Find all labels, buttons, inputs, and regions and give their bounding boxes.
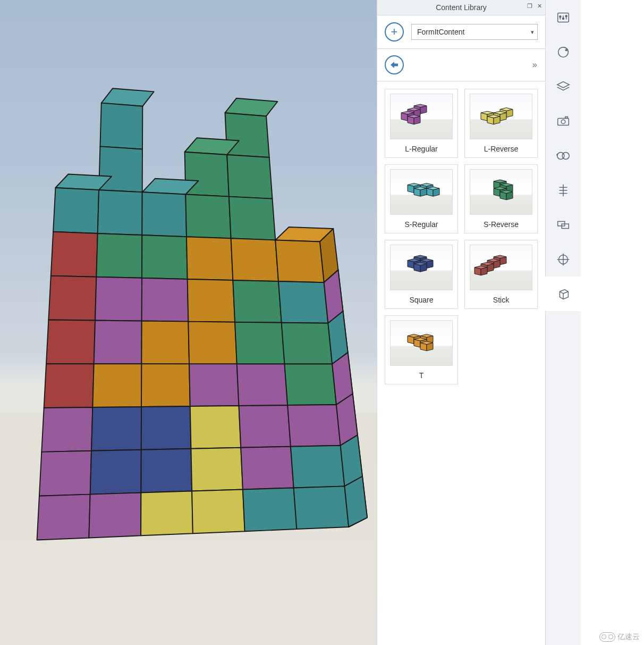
library-item-label: Square xyxy=(409,296,433,304)
library-thumb xyxy=(390,245,453,290)
svg-marker-34 xyxy=(188,322,236,364)
svg-marker-166 xyxy=(557,81,570,87)
library-select-value: FormItContent xyxy=(417,28,464,36)
svg-marker-32 xyxy=(94,321,142,364)
svg-marker-135 xyxy=(500,257,506,265)
svg-marker-144 xyxy=(481,267,487,275)
rail-tab-properties[interactable] xyxy=(546,0,581,35)
svg-marker-52 xyxy=(39,451,91,496)
panel-title-text: Content Library xyxy=(436,3,487,12)
library-item-t[interactable]: T xyxy=(385,315,458,384)
svg-marker-87 xyxy=(506,110,513,118)
back-button[interactable] xyxy=(385,55,404,74)
rail-tab-materials[interactable] xyxy=(546,35,581,69)
rail-tab-content-library[interactable] xyxy=(545,277,581,311)
svg-marker-51 xyxy=(287,405,340,447)
rail-tab-groups[interactable] xyxy=(546,207,581,242)
library-thumb xyxy=(390,320,453,366)
svg-rect-169 xyxy=(565,116,568,118)
svg-marker-17 xyxy=(142,235,188,279)
rail-tab-section[interactable] xyxy=(546,242,581,277)
panel-close-icon[interactable]: ✕ xyxy=(536,2,543,10)
svg-marker-83 xyxy=(408,116,414,124)
svg-marker-40 xyxy=(141,364,190,407)
library-item-l-regular[interactable]: L-Regular xyxy=(385,89,458,158)
svg-marker-96 xyxy=(494,116,500,124)
svg-marker-58 xyxy=(291,446,344,488)
svg-marker-55 xyxy=(191,448,242,491)
panel-toolbar: + FormItContent xyxy=(377,15,545,49)
svg-marker-119 xyxy=(500,192,506,200)
library-item-label: Stick xyxy=(493,296,509,304)
side-tab-rail xyxy=(545,0,581,645)
svg-marker-27 xyxy=(233,280,281,323)
svg-marker-116 xyxy=(494,188,500,196)
svg-point-171 xyxy=(562,152,569,159)
svg-marker-143 xyxy=(474,267,481,275)
svg-marker-23 xyxy=(48,276,96,321)
svg-marker-49 xyxy=(239,405,291,448)
viewport-3d[interactable] xyxy=(0,0,377,645)
svg-marker-46 xyxy=(91,407,141,451)
svg-marker-72 xyxy=(344,476,367,527)
library-thumb xyxy=(470,94,532,139)
library-item-stick[interactable]: Stick xyxy=(464,240,538,309)
svg-marker-39 xyxy=(92,364,141,407)
add-library-button[interactable]: + xyxy=(385,22,404,41)
svg-marker-63 xyxy=(243,488,296,531)
library-item-s-regular[interactable]: S-Regular xyxy=(385,164,458,233)
svg-marker-18 xyxy=(187,237,233,280)
svg-marker-61 xyxy=(141,491,193,536)
svg-marker-41 xyxy=(189,364,239,406)
svg-marker-120 xyxy=(506,192,513,200)
svg-marker-141 xyxy=(487,264,494,272)
library-select[interactable]: FormItContent xyxy=(411,24,538,40)
svg-marker-31 xyxy=(46,320,95,364)
rail-tab-visual-styles[interactable] xyxy=(546,138,581,173)
svg-marker-92 xyxy=(481,113,487,121)
svg-marker-38 xyxy=(44,364,94,408)
svg-marker-37 xyxy=(282,323,332,364)
library-item-s-reverse[interactable]: S-Reverse xyxy=(464,164,538,233)
svg-marker-33 xyxy=(141,321,189,364)
library-thumb xyxy=(470,245,532,290)
svg-marker-6 xyxy=(185,152,229,197)
rail-tab-levels[interactable] xyxy=(546,173,581,207)
library-thumb xyxy=(390,169,453,215)
svg-point-162 xyxy=(563,18,564,19)
library-item-label: S-Reverse xyxy=(484,220,519,229)
svg-marker-95 xyxy=(487,116,494,124)
svg-marker-47 xyxy=(141,406,191,450)
svg-marker-60 xyxy=(89,493,141,538)
rail-tab-layers[interactable] xyxy=(546,69,581,104)
library-item-label: L-Reverse xyxy=(484,145,519,153)
svg-marker-25 xyxy=(142,278,189,322)
library-item-l-reverse[interactable]: L-Reverse xyxy=(464,89,538,158)
svg-marker-131 xyxy=(414,264,420,272)
svg-marker-156 xyxy=(427,343,433,351)
tetris-wall xyxy=(29,32,369,553)
svg-marker-7 xyxy=(227,155,272,199)
svg-marker-30 xyxy=(278,281,328,323)
svg-marker-138 xyxy=(494,261,500,269)
svg-marker-53 xyxy=(90,450,141,495)
svg-marker-152 xyxy=(414,339,420,347)
panel-title-bar[interactable]: Content Library ❐ ✕ xyxy=(377,0,545,15)
library-item-label: L-Regular xyxy=(405,145,437,153)
svg-marker-26 xyxy=(188,279,235,322)
library-thumb xyxy=(470,169,532,215)
svg-marker-10 xyxy=(98,190,142,235)
panel-undock-icon[interactable]: ❐ xyxy=(526,2,533,10)
more-button[interactable]: » xyxy=(532,60,538,70)
svg-point-165 xyxy=(565,49,567,51)
library-grid: L-Regular L-Reverse xyxy=(377,81,545,645)
library-item-square[interactable]: Square xyxy=(385,240,458,309)
rail-tab-scenes[interactable] xyxy=(546,104,581,138)
svg-marker-45 xyxy=(41,407,92,452)
svg-marker-108 xyxy=(420,188,427,196)
svg-marker-149 xyxy=(408,336,414,344)
svg-marker-15 xyxy=(51,232,98,277)
svg-marker-4 xyxy=(99,146,142,192)
svg-marker-181 xyxy=(560,289,568,299)
svg-line-182 xyxy=(560,291,563,294)
